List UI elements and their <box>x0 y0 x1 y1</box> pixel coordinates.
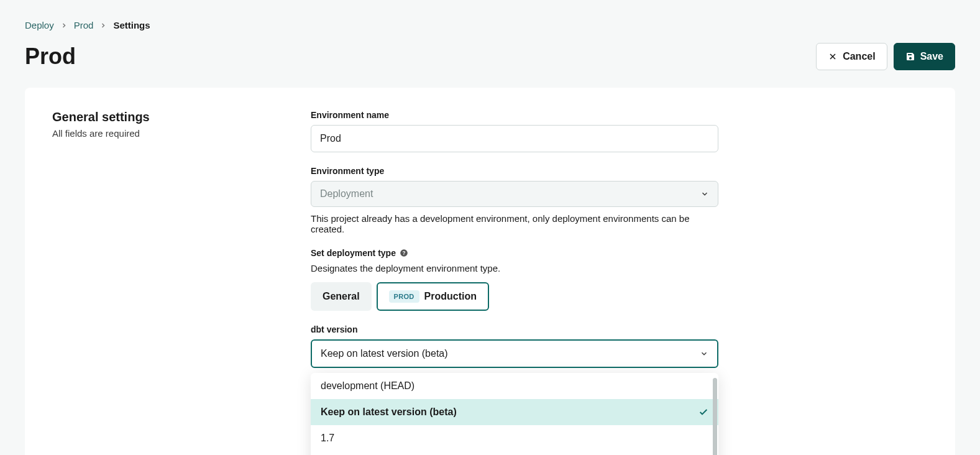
page-title: Prod <box>25 44 76 70</box>
dbt-version-selected-value: Keep on latest version (beta) <box>321 348 448 359</box>
dbt-version-option-latest-beta[interactable]: Keep on latest version (beta) <box>311 399 718 425</box>
env-type-select[interactable]: Deployment <box>311 181 718 207</box>
dbt-version-dropdown: development (HEAD) Keep on latest versio… <box>311 373 718 455</box>
check-icon <box>698 407 708 417</box>
dbt-version-option-1-6[interactable]: 1.6 <box>311 451 718 455</box>
chevron-right-icon <box>99 22 107 29</box>
section-subheading: All fields are required <box>52 128 286 139</box>
env-name-input[interactable] <box>311 125 718 152</box>
option-label: development (HEAD) <box>321 380 414 392</box>
header-actions: Cancel Save <box>816 43 955 70</box>
save-icon <box>905 52 915 62</box>
chevron-down-icon <box>700 190 709 198</box>
breadcrumb-current: Settings <box>113 20 150 30</box>
env-type-value: Deployment <box>320 188 373 200</box>
env-name-label: Environment name <box>311 110 718 120</box>
option-label: 1.7 <box>321 433 334 444</box>
env-type-helper: This project already has a development e… <box>311 213 718 234</box>
deploy-type-label: Set deployment type <box>311 248 396 258</box>
close-icon <box>828 52 838 62</box>
breadcrumb-link-prod[interactable]: Prod <box>74 20 94 30</box>
save-button[interactable]: Save <box>894 43 955 70</box>
section-heading: General settings <box>52 110 286 124</box>
option-label: Keep on latest version (beta) <box>321 407 457 418</box>
deploy-type-option-general[interactable]: General <box>311 282 372 311</box>
deploy-type-general-label: General <box>323 291 360 302</box>
dbt-version-select[interactable]: Keep on latest version (beta) <box>311 339 718 368</box>
svg-text:?: ? <box>402 250 405 256</box>
chevron-down-icon <box>700 349 708 358</box>
env-type-label: Environment type <box>311 166 718 176</box>
breadcrumb-link-deploy[interactable]: Deploy <box>25 20 54 30</box>
cancel-button-label: Cancel <box>843 51 875 62</box>
dbt-version-option-1-7[interactable]: 1.7 <box>311 425 718 451</box>
dbt-version-label: dbt version <box>311 324 718 334</box>
deploy-type-production-label: Production <box>424 291 477 302</box>
cancel-button[interactable]: Cancel <box>816 43 887 70</box>
prod-badge: PROD <box>389 290 419 303</box>
breadcrumb: Deploy Prod Settings <box>25 20 955 30</box>
save-button-label: Save <box>920 51 943 62</box>
dbt-version-option-dev-head[interactable]: development (HEAD) <box>311 373 718 399</box>
deploy-type-desc: Designates the deployment environment ty… <box>311 263 718 273</box>
deploy-type-option-production[interactable]: PROD Production <box>377 282 489 311</box>
help-icon[interactable]: ? <box>400 249 408 257</box>
settings-card: General settings All fields are required… <box>25 88 955 455</box>
chevron-right-icon <box>60 22 68 29</box>
